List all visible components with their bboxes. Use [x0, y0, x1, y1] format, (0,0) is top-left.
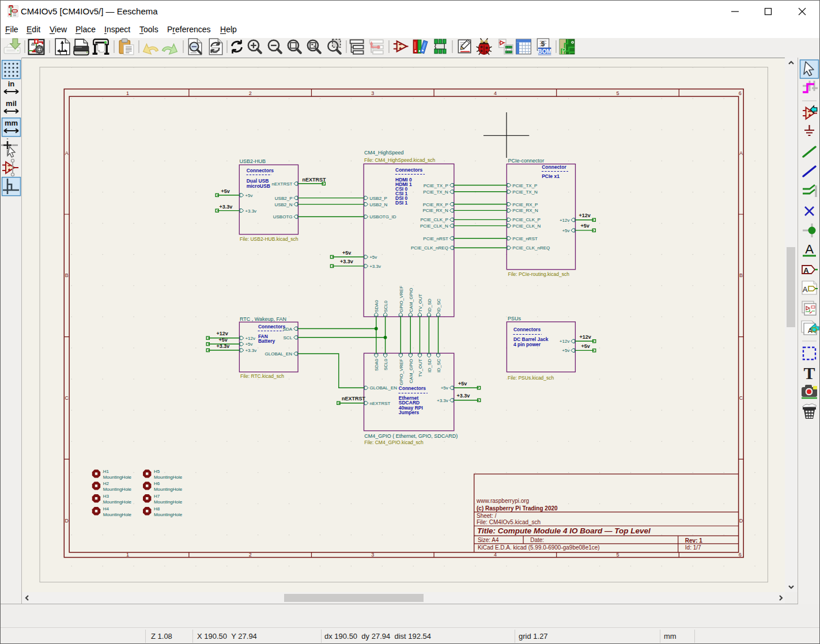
svg-text:Rev: 1: Rev: 1 [685, 537, 702, 544]
svg-text:+5v: +5v [221, 188, 230, 194]
svg-text:GLOBAL_EN: GLOBAL_EN [370, 385, 398, 391]
svg-text:PCIE_nRST: PCIE_nRST [512, 236, 538, 241]
svg-text:D: D [65, 518, 69, 524]
svg-text:USBOTG: USBOTG [273, 214, 293, 219]
svg-text:2: 2 [249, 90, 252, 96]
svg-text:MountingHole: MountingHole [103, 487, 132, 492]
svg-text:5: 5 [616, 90, 619, 96]
svg-text:nEXTRST: nEXTRST [271, 181, 292, 187]
svg-text:MountingHole: MountingHole [103, 475, 132, 480]
svg-text:A: A [803, 285, 808, 294]
svg-text:www.raspberrypi.org: www.raspberrypi.org [476, 498, 529, 504]
svg-text:CAM_GPIO: CAM_GPIO [409, 288, 414, 312]
svg-text:T: T [803, 363, 815, 382]
svg-text:6: 6 [739, 90, 742, 96]
svg-text:+3.3v: +3.3v [245, 209, 256, 214]
svg-text:+3.3v: +3.3v [245, 348, 256, 353]
svg-text:USB2_N: USB2_N [274, 202, 292, 207]
svg-text:USBOTG_ID: USBOTG_ID [369, 214, 396, 219]
svg-text:PCIE_RX_N: PCIE_RX_N [512, 208, 538, 213]
svg-text:+5v: +5v [369, 255, 377, 260]
svg-text:Size: A4: Size: A4 [478, 537, 499, 543]
svg-text:SDA: SDA [283, 327, 293, 332]
svg-text:TV_OUT: TV_OUT [418, 294, 423, 312]
svg-text:A: A [65, 150, 69, 156]
svg-text:Sheet: /: Sheet: / [477, 513, 497, 519]
svg-text:in: in [8, 79, 15, 88]
svg-text:1: 1 [126, 552, 129, 558]
svg-text:SDA0: SDA0 [374, 358, 379, 370]
svg-text:SCL0: SCL0 [383, 300, 388, 312]
svg-text:ID_SD: ID_SD [427, 359, 432, 373]
svg-text:MountingHole: MountingHole [154, 512, 183, 517]
svg-text:PCIE_nRST: PCIE_nRST [423, 236, 448, 241]
svg-text:File: PSUs.kicad_sch: File: PSUs.kicad_sch [508, 375, 554, 381]
svg-text:USB2_P: USB2_P [275, 196, 293, 201]
svg-text:B: B [65, 272, 69, 278]
svg-text:MountingHole: MountingHole [103, 499, 132, 505]
svg-text:nEXTRST: nEXTRST [370, 401, 391, 406]
svg-text:USB2_P: USB2_P [369, 196, 387, 201]
svg-text:MountingHole: MountingHole [154, 475, 183, 480]
svg-text:Jumpers: Jumpers [399, 410, 420, 415]
svg-text:C: C [65, 395, 69, 401]
svg-text:Connectors: Connectors [513, 327, 541, 332]
svg-text:+3.3v: +3.3v [220, 204, 233, 210]
svg-text:H3: H3 [103, 494, 109, 499]
svg-text:+3.3v: +3.3v [437, 398, 448, 403]
svg-text:+5v: +5v [458, 381, 467, 387]
svg-text:GLOBAL_EN: GLOBAL_EN [265, 351, 293, 357]
svg-text:+12v: +12v [560, 218, 570, 223]
svg-text:H5: H5 [154, 469, 160, 474]
svg-text:+5v: +5v [219, 337, 228, 343]
svg-text:$: $ [541, 40, 545, 47]
svg-text:MountingHole: MountingHole [103, 512, 132, 517]
svg-text:PCIE_CLK_N: PCIE_CLK_N [420, 223, 448, 229]
svg-text:3: 3 [371, 552, 374, 558]
svg-text:C: C [739, 395, 743, 401]
svg-text:+12v: +12v [579, 213, 591, 218]
svg-text:+5v: +5v [581, 223, 590, 229]
svg-text:H1: H1 [103, 469, 109, 474]
svg-text:TV_OUT: TV_OUT [418, 359, 423, 377]
svg-text:PCIE_CLK_P: PCIE_CLK_P [512, 217, 540, 222]
svg-text:+3.3v: +3.3v [340, 259, 353, 264]
svg-text:RTC , Wakeup, FAN: RTC , Wakeup, FAN [240, 316, 286, 322]
svg-text:CAM_GPIO: CAM_GPIO [409, 359, 414, 383]
svg-text:PCIE_RX_P: PCIE_RX_P [423, 202, 448, 207]
svg-text:MountingHole: MountingHole [154, 487, 183, 492]
svg-text:B: B [739, 272, 743, 278]
svg-text:(c) Raspberry Pi Trading 2020: (c) Raspberry Pi Trading 2020 [477, 505, 558, 512]
svg-text:PCIE_TX_N: PCIE_TX_N [512, 190, 538, 195]
svg-text:PCIE_TX_P: PCIE_TX_P [512, 183, 537, 188]
svg-text:Battery: Battery [258, 338, 275, 344]
svg-text:Id: 1/7: Id: 1/7 [685, 544, 701, 551]
svg-text:A: A [805, 242, 814, 256]
svg-text:+5v: +5v [441, 385, 448, 391]
svg-text:1: 1 [126, 90, 129, 96]
svg-text:H8: H8 [154, 506, 160, 512]
svg-text:File: CM4IOv5.kicad_sch: File: CM4IOv5.kicad_sch [477, 519, 541, 525]
svg-text:BOM: BOM [538, 48, 551, 55]
svg-text:ID_SD: ID_SD [427, 298, 432, 312]
svg-text:DSI 1: DSI 1 [395, 200, 408, 206]
svg-text:ID_SC: ID_SC [436, 359, 441, 373]
svg-text:mm: mm [5, 119, 18, 127]
svg-text:Date:: Date: [530, 537, 544, 543]
svg-text:File: CM4_HighSpeed.kicad_sch: File: CM4_HighSpeed.kicad_sch [364, 157, 436, 163]
svg-text:+12v: +12v [580, 334, 591, 340]
svg-text:Title: Compute Module 4 IO Boa: Title: Compute Module 4 IO Board — Top L… [477, 526, 651, 535]
svg-text:+5v: +5v [581, 343, 590, 349]
svg-text:SDA0: SDA0 [374, 300, 379, 312]
svg-text:SCL: SCL [284, 335, 293, 340]
svg-text:+5v: +5v [562, 228, 569, 233]
svg-text:H4: H4 [103, 506, 109, 512]
svg-text:Connector: Connector [542, 164, 566, 170]
svg-text:File: PCIe-routing.kicad_sch: File: PCIe-routing.kicad_sch [508, 271, 570, 277]
svg-text:SCL0: SCL0 [383, 358, 388, 370]
svg-text:D: D [739, 518, 743, 524]
svg-text:USB2-HUB: USB2-HUB [240, 158, 266, 164]
svg-text:+3.3v: +3.3v [369, 264, 381, 269]
svg-text:PCIe-connector: PCIe-connector [508, 158, 545, 164]
svg-text:PCIE_CLK_nREQ: PCIE_CLK_nREQ [411, 245, 448, 251]
